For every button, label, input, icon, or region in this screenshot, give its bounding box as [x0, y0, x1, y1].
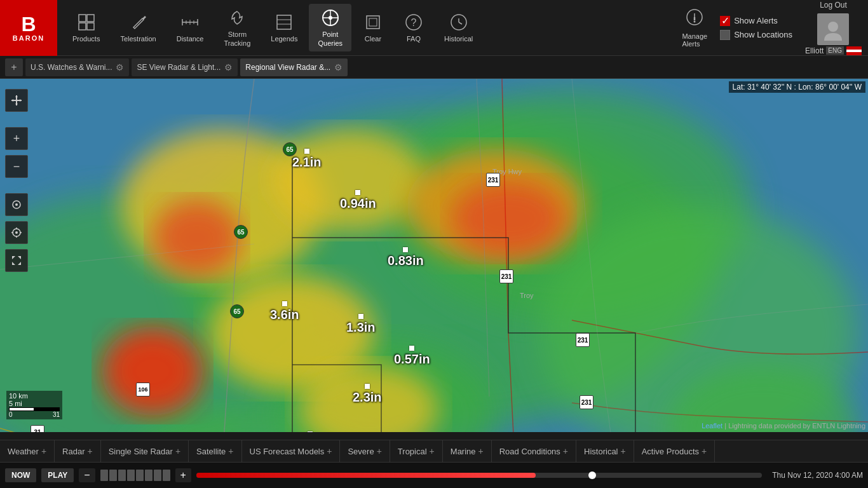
timeline-progress-dot[interactable]: [588, 471, 596, 479]
faq-button[interactable]: ? FAQ: [395, 8, 433, 47]
nav-single-site-radar[interactable]: Single Site Radar +: [101, 440, 189, 463]
nav-satellite[interactable]: Satellite +: [189, 440, 241, 463]
tab-gear-icon-3[interactable]: ⚙: [334, 62, 342, 72]
nav-radar[interactable]: Radar +: [55, 440, 101, 463]
tab-bar: + U.S. Watches & Warni... ⚙ SE View Rada…: [0, 56, 868, 79]
svg-point-27: [694, 20, 696, 22]
highway-badge-31: 31: [31, 425, 44, 432]
nav-radar-label: Radar: [62, 447, 85, 456]
tab-us-watches[interactable]: U.S. Watches & Warni... ⚙: [25, 58, 129, 76]
highway-badge-231-1: 231: [486, 173, 500, 187]
nav-tropical-add[interactable]: +: [430, 446, 435, 456]
nav-active-products-add[interactable]: +: [702, 446, 707, 456]
pan-button[interactable]: [5, 89, 28, 112]
precip-label-3: 0.83in: [388, 247, 424, 268]
show-alerts-toggle[interactable]: ✓ Show Alerts: [720, 16, 792, 26]
nav-us-forecast-add[interactable]: +: [327, 446, 332, 456]
bottom-nav: Weather + Radar + Single Site Radar + Sa…: [0, 440, 868, 463]
logout-button[interactable]: Log Out: [820, 1, 847, 10]
nav-tropical[interactable]: Tropical +: [390, 440, 443, 463]
nav-active-products-label: Active Products: [642, 447, 699, 456]
highway-badge-65-3: 65: [230, 304, 244, 318]
zoom-to-fit-button[interactable]: [5, 193, 28, 216]
storm-tracking-button[interactable]: Storm Tracking: [215, 4, 259, 51]
nav-road-conditions-add[interactable]: +: [563, 446, 568, 456]
scale-bar: 10 km 5 mi 031: [6, 391, 62, 419]
logo: B BARON: [0, 0, 57, 56]
svg-rect-2: [79, 23, 86, 30]
coordinates-display: Lat: 31° 40' 32'' N : Lon: 86° 00' 04'' …: [729, 81, 865, 93]
expand-button[interactable]: [5, 249, 28, 272]
scale-km: 10 km: [9, 392, 60, 400]
historical-label: Historical: [444, 35, 473, 43]
now-button[interactable]: NOW: [5, 468, 36, 482]
track-seg-8[interactable]: [163, 470, 170, 481]
nav-severe-add[interactable]: +: [377, 446, 382, 456]
track-seg-1[interactable]: [100, 470, 108, 481]
nav-road-conditions[interactable]: Road Conditions +: [492, 440, 576, 463]
show-alerts-checkbox[interactable]: ✓: [720, 16, 730, 26]
point-queries-button[interactable]: PointQueries: [309, 4, 351, 51]
nav-us-forecast[interactable]: US Forecast Models +: [242, 440, 341, 463]
tab-se-view[interactable]: SE View Radar & Light... ⚙: [132, 58, 238, 76]
storm-tracking-icon: [227, 8, 247, 28]
avatar: [817, 13, 849, 45]
play-button[interactable]: PLAY: [41, 468, 74, 482]
nav-historical[interactable]: Historical +: [576, 440, 634, 463]
tab-us-watches-label: U.S. Watches & Warni...: [31, 63, 112, 72]
map-area[interactable]: 65 65 65 231 231 231 231 431 106 31 31 5…: [0, 79, 868, 432]
tab-gear-icon-2[interactable]: ⚙: [224, 62, 233, 72]
manage-alerts-icon: [686, 8, 703, 30]
nav-weather-add[interactable]: +: [41, 446, 46, 456]
nav-weather-label: Weather: [8, 447, 39, 456]
point-queries-icon: [320, 8, 341, 28]
precip-label-8: 0.34in: [292, 431, 329, 432]
nav-radar-add[interactable]: +: [88, 446, 93, 456]
tab-gear-icon-1[interactable]: ⚙: [116, 62, 124, 72]
locate-button[interactable]: [5, 221, 28, 244]
timeline-plus-button[interactable]: +: [175, 468, 191, 482]
track-seg-7[interactable]: [154, 470, 161, 481]
svg-point-43: [102, 327, 203, 416]
track-seg-4[interactable]: [127, 470, 135, 481]
products-button[interactable]: Products: [64, 8, 109, 47]
nav-marine-label: Marine: [451, 447, 476, 456]
timeline-progress-bar[interactable]: [196, 473, 762, 478]
legends-button[interactable]: Legends: [262, 8, 306, 47]
manage-alerts-button[interactable]: ManageAlerts: [675, 4, 714, 51]
zoom-in-button[interactable]: +: [5, 127, 28, 150]
nav-weather[interactable]: Weather +: [0, 440, 55, 463]
track-seg-5[interactable]: [136, 470, 144, 481]
nav-severe-label: Severe: [348, 447, 374, 456]
tab-regional-view[interactable]: Regional View Radar &... ⚙: [240, 58, 348, 76]
zoom-out-button[interactable]: −: [5, 155, 28, 178]
user-info: Elliott ENG: [805, 46, 862, 55]
nav-marine-add[interactable]: +: [478, 446, 484, 456]
historical-button[interactable]: Historical: [435, 8, 482, 47]
track-seg-3[interactable]: [118, 470, 126, 481]
nav-satellite-add[interactable]: +: [228, 446, 233, 456]
alerts-toggles: ✓ Show Alerts Show Locations: [720, 16, 792, 40]
nav-single-site-add[interactable]: +: [175, 446, 180, 456]
nav-severe[interactable]: Severe +: [340, 440, 390, 463]
telestration-button[interactable]: Telestration: [111, 8, 165, 47]
show-locations-toggle[interactable]: Show Locations: [720, 30, 792, 40]
logo-name: BARON: [13, 34, 44, 42]
telestration-label: Telestration: [120, 35, 156, 43]
nav-historical-add[interactable]: +: [621, 446, 626, 456]
timeline-minus-button[interactable]: −: [79, 468, 95, 482]
historical-icon: [449, 12, 469, 32]
clear-button[interactable]: Clear: [354, 8, 392, 47]
track-seg-6[interactable]: [145, 470, 153, 481]
show-locations-checkbox[interactable]: [720, 30, 730, 40]
nav-active-products[interactable]: Active Products +: [634, 440, 715, 463]
distance-button[interactable]: Distance: [168, 8, 213, 47]
leaflet-link[interactable]: Leaflet: [702, 422, 722, 430]
legends-icon: [274, 12, 294, 32]
add-tab-button[interactable]: +: [5, 58, 23, 76]
manage-alerts-label: ManageAlerts: [682, 32, 707, 48]
track-seg-2[interactable]: [109, 470, 117, 481]
nav-marine[interactable]: Marine +: [443, 440, 492, 463]
point-queries-label: PointQueries: [318, 30, 342, 47]
svg-point-38: [273, 130, 426, 231]
